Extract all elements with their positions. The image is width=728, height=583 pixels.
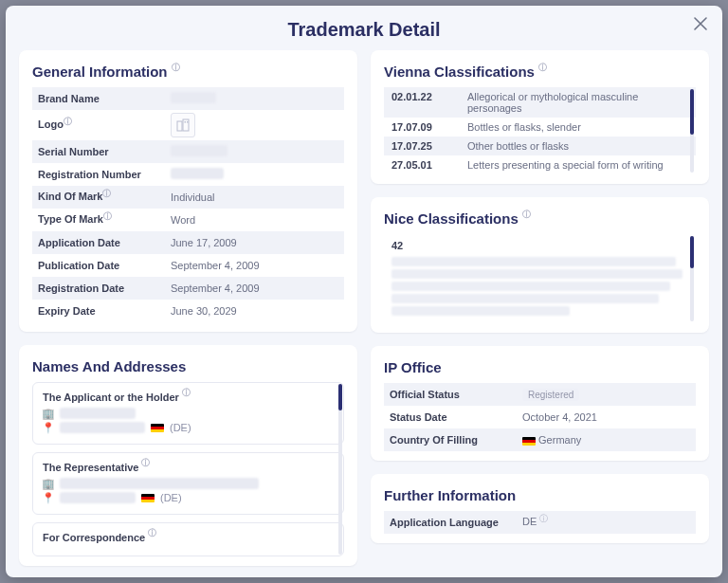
value-registration-number bbox=[171, 168, 224, 179]
info-icon: ⓘ bbox=[64, 117, 72, 126]
company-icon: 🏢 bbox=[43, 478, 54, 489]
nice-class-code: 42 bbox=[391, 240, 688, 251]
value-registration-date: September 4, 2009 bbox=[171, 282, 260, 294]
card-heading: IP Office bbox=[384, 359, 442, 375]
scrollbar[interactable] bbox=[690, 236, 694, 321]
label-application-date: Application Date bbox=[38, 237, 120, 248]
label-official-status: Official Status bbox=[390, 389, 460, 400]
nice-classifications-card: Nice Classificationsⓘ 42 bbox=[371, 197, 709, 333]
scrollbar[interactable] bbox=[690, 89, 694, 173]
card-heading: Vienna Classifications bbox=[384, 64, 535, 80]
vienna-code: 02.01.22 bbox=[391, 91, 458, 114]
names-group-correspondence: For Correspondenceⓘ bbox=[32, 522, 344, 556]
card-heading: Further Information bbox=[384, 487, 516, 503]
vienna-row: 17.07.09Bottles or flasks, slender bbox=[384, 118, 696, 137]
group-title: The Applicant or the Holder bbox=[43, 392, 179, 403]
value-expiry-date: June 30, 2029 bbox=[171, 305, 237, 317]
flag-de-icon bbox=[141, 494, 155, 502]
value-publication-date: September 4, 2009 bbox=[171, 260, 260, 271]
value-country-of-filing: Germany bbox=[538, 434, 581, 446]
company-name bbox=[60, 408, 136, 419]
vienna-list: 02.01.22Allegorical or mythological masc… bbox=[384, 87, 696, 174]
info-icon: ⓘ bbox=[103, 211, 112, 221]
info-icon: ⓘ bbox=[182, 387, 191, 399]
address-text bbox=[60, 492, 136, 503]
card-heading: Nice Classifications bbox=[384, 210, 519, 227]
nice-description-redacted bbox=[391, 257, 688, 316]
label-expiry-date: Expiry Date bbox=[38, 305, 96, 317]
value-type-of-mark: Word bbox=[171, 214, 195, 226]
vienna-desc: Other bottles or flasks bbox=[467, 140, 688, 152]
label-status-date: Status Date bbox=[390, 411, 447, 423]
info-icon: ⓘ bbox=[141, 457, 150, 469]
info-icon: ⓘ bbox=[522, 209, 531, 221]
value-kind-of-mark: Individual bbox=[171, 191, 214, 203]
group-title: The Representative bbox=[43, 462, 138, 473]
names-group-representative: The Representativeⓘ 🏢 📍(DE) bbox=[32, 452, 344, 515]
label-logo: Logo bbox=[38, 118, 64, 130]
vienna-desc: Bottles or flasks, slender bbox=[467, 121, 688, 133]
close-button[interactable] bbox=[690, 13, 711, 34]
value-status-date: October 4, 2021 bbox=[522, 411, 597, 423]
company-icon: 🏢 bbox=[43, 408, 54, 419]
svg-rect-0 bbox=[177, 121, 182, 131]
info-icon: ⓘ bbox=[148, 527, 156, 539]
country-code: (DE) bbox=[160, 492, 182, 503]
label-kind-of-mark: Kind Of Mark bbox=[38, 191, 102, 202]
trademark-detail-modal: Trademark Detail General Informationⓘ Br… bbox=[6, 6, 722, 577]
vienna-code: 27.05.01 bbox=[391, 159, 458, 171]
label-registration-date: Registration Date bbox=[38, 282, 124, 294]
label-registration-number: Registration Number bbox=[38, 169, 141, 180]
info-icon: ⓘ bbox=[538, 62, 547, 74]
svg-rect-1 bbox=[183, 119, 189, 131]
names-addresses-card: Names And Addresses The Applicant or the… bbox=[19, 345, 357, 566]
info-icon: ⓘ bbox=[539, 514, 548, 523]
page-title: Trademark Detail bbox=[6, 6, 722, 50]
names-group-applicant: The Applicant or the Holderⓘ 🏢 📍(DE) bbox=[32, 382, 344, 445]
svg-rect-3 bbox=[187, 121, 189, 123]
label-publication-date: Publication Date bbox=[38, 260, 119, 271]
value-serial-number bbox=[171, 145, 228, 156]
general-info-table: Brand Name Logoⓘ Serial Number Registrat… bbox=[32, 87, 344, 322]
location-icon: 📍 bbox=[43, 422, 54, 433]
company-name bbox=[60, 478, 259, 489]
label-serial-number: Serial Number bbox=[38, 146, 109, 157]
ip-office-card: IP Office Official StatusRegistered Stat… bbox=[371, 346, 709, 461]
vienna-desc: Letters presenting a special form of wri… bbox=[467, 159, 688, 171]
country-code: (DE) bbox=[170, 422, 191, 433]
value-application-language: DE bbox=[522, 516, 537, 527]
scrollbar[interactable] bbox=[338, 384, 342, 555]
label-type-of-mark: Type Of Mark bbox=[38, 213, 103, 225]
vienna-code: 17.07.25 bbox=[391, 140, 458, 152]
value-application-date: June 17, 2009 bbox=[171, 237, 237, 248]
flag-de-icon bbox=[522, 437, 536, 446]
label-application-language: Application Language bbox=[390, 517, 499, 528]
info-icon: ⓘ bbox=[102, 189, 111, 198]
vienna-row: 17.07.25Other bottles or flasks bbox=[384, 137, 696, 155]
info-icon: ⓘ bbox=[172, 62, 180, 74]
label-country-of-filing: Country Of Filling bbox=[390, 434, 478, 446]
card-heading: General Information bbox=[32, 64, 168, 80]
address-text bbox=[60, 422, 145, 433]
status-badge: Registered bbox=[522, 389, 579, 401]
vienna-code: 17.07.09 bbox=[391, 121, 458, 133]
vienna-desc: Allegorical or mythological masculine pe… bbox=[467, 91, 688, 114]
vienna-classifications-card: Vienna Classificationsⓘ 02.01.22Allegori… bbox=[371, 50, 709, 184]
further-information-card: Further Information Application Language… bbox=[371, 474, 709, 543]
general-information-card: General Informationⓘ Brand Name Logoⓘ Se… bbox=[19, 50, 357, 332]
flag-de-icon bbox=[151, 424, 164, 432]
group-title: For Correspondence bbox=[43, 532, 145, 543]
location-icon: 📍 bbox=[43, 492, 54, 503]
label-brand-name: Brand Name bbox=[38, 93, 100, 104]
vienna-row: 02.01.22Allegorical or mythological masc… bbox=[384, 87, 696, 118]
value-brand-name bbox=[171, 92, 216, 103]
card-heading: Names And Addresses bbox=[32, 358, 186, 374]
logo-placeholder bbox=[171, 113, 195, 137]
svg-rect-2 bbox=[185, 121, 187, 123]
vienna-row: 27.05.01Letters presenting a special for… bbox=[384, 155, 696, 174]
